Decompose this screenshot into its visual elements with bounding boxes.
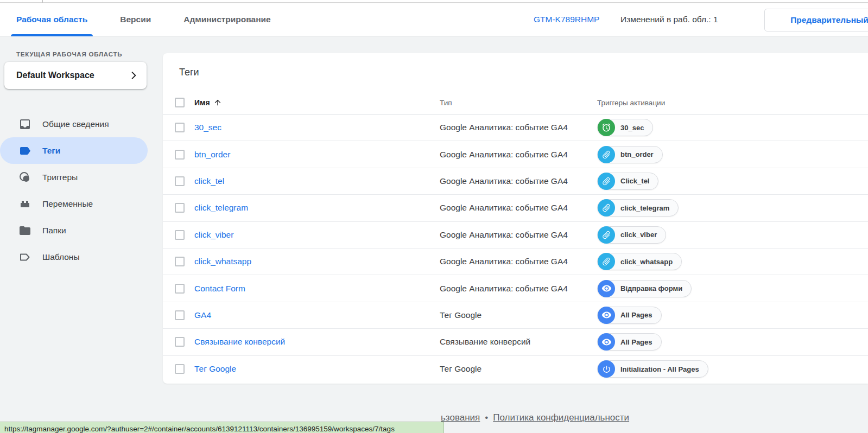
- trigger-badge[interactable]: All Pages: [597, 333, 662, 351]
- privacy-link[interactable]: Политика конфиденциальности: [493, 412, 629, 423]
- workspace-changes-label: Изменений в раб. обл.: 1: [620, 3, 718, 36]
- table-body: 30_secGoogle Аналитика: событие GA430_se…: [163, 114, 868, 383]
- trigger-badge-label: click_viber: [620, 231, 657, 239]
- tag-name-link[interactable]: click_whatsapp: [194, 257, 440, 266]
- footer-links: ьзования•Политика конфиденциальности: [441, 412, 629, 423]
- row-checkbox[interactable]: [175, 337, 185, 347]
- sidebar-item-label: Шаблоны: [42, 252, 80, 262]
- row-checkbox[interactable]: [175, 257, 185, 266]
- tag-name-link[interactable]: click_telegram: [194, 203, 440, 213]
- row-checkbox[interactable]: [175, 284, 185, 294]
- tab-label: Администрирование: [183, 15, 271, 24]
- variables-icon: [18, 198, 31, 211]
- terms-link[interactable]: ьзования: [441, 412, 480, 423]
- container-id-link[interactable]: GTM-K789RHMP: [534, 3, 599, 36]
- tag-icon: [18, 144, 31, 157]
- sidebar-item-trigger[interactable]: Триггеры: [0, 164, 148, 190]
- row-checkbox[interactable]: [175, 310, 185, 320]
- timer-icon: [598, 119, 615, 136]
- tag-name-link[interactable]: 30_sec: [194, 123, 440, 132]
- tag-type: Google Аналитика: событие GA4: [440, 203, 597, 213]
- tag-name-link[interactable]: click_tel: [194, 176, 440, 186]
- tag-name-link[interactable]: btn_order: [194, 150, 440, 160]
- sidebar-item-overview[interactable]: Общие сведения: [0, 111, 148, 137]
- trigger-badge[interactable]: Click_tel: [597, 173, 658, 190]
- table-header-row: Имя Тип Триггеры активации: [163, 91, 868, 114]
- trigger-badge-label: click_whatsapp: [620, 258, 673, 266]
- tag-type: Google Аналитика: событие GA4: [440, 257, 597, 266]
- active-tab-underline: [11, 34, 93, 36]
- sidebar-item-folder[interactable]: Папки: [0, 217, 148, 244]
- tag-name-link[interactable]: GA4: [194, 310, 440, 320]
- tab-versions[interactable]: Версии: [115, 3, 156, 36]
- trigger-badge-label: Відправка форми: [620, 284, 682, 292]
- tag-type: Google Аналитика: событие GA4: [440, 284, 597, 294]
- table-row: Связывание конверсийСвязывание конверсий…: [163, 329, 868, 355]
- tab-admin[interactable]: Администрирование: [178, 3, 276, 36]
- sidebar-item-label: Общие сведения: [42, 119, 109, 129]
- trigger-badge[interactable]: click_viber: [597, 226, 666, 244]
- paperclip-icon: [598, 199, 615, 217]
- trigger-badge[interactable]: 30_sec: [597, 119, 653, 136]
- footer-separator: •: [485, 412, 488, 423]
- trigger-badge[interactable]: Initialization - All Pages: [597, 360, 708, 378]
- trigger-badge[interactable]: Відправка форми: [597, 280, 692, 297]
- row-checkbox[interactable]: [175, 123, 185, 132]
- tag-name-link[interactable]: Связывание конверсий: [194, 337, 440, 347]
- trigger-badge-label: 30_sec: [620, 124, 644, 132]
- status-url-text: https://tagmanager.google.com/?authuser=…: [0, 422, 443, 433]
- tab-workspace[interactable]: Рабочая область: [11, 3, 93, 36]
- tag-name-link[interactable]: Тег Google: [194, 364, 440, 374]
- tag-type: Тег Google: [440, 310, 597, 320]
- trigger-badge-label: Click_tel: [620, 177, 649, 185]
- trigger-badge-label: All Pages: [620, 338, 652, 346]
- table-row: click_whatsappGoogle Аналитика: событие …: [163, 249, 868, 275]
- table-row: Contact FormGoogle Аналитика: событие GA…: [163, 275, 868, 302]
- tag-type: Google Аналитика: событие GA4: [440, 150, 597, 160]
- browser-status-url-tooltip: https://tagmanager.google.com/?authuser=…: [0, 422, 444, 433]
- sidebar-item-label: Папки: [42, 226, 66, 235]
- sidebar-item-tag[interactable]: Теги: [0, 137, 148, 164]
- column-header-name[interactable]: Имя: [194, 98, 440, 107]
- paperclip-icon: [598, 253, 615, 270]
- tag-name-link[interactable]: Contact Form: [194, 284, 440, 294]
- tag-type: Google Аналитика: событие GA4: [440, 123, 597, 132]
- sidebar-item-label: Переменные: [42, 199, 93, 209]
- preview-button[interactable]: Предварительный: [764, 9, 868, 31]
- select-all-checkbox[interactable]: [175, 98, 185, 107]
- tag-type: Связывание конверсий: [440, 337, 597, 347]
- workspace-selector[interactable]: Default Workspace: [4, 62, 147, 89]
- row-checkbox[interactable]: [175, 176, 185, 186]
- row-checkbox[interactable]: [175, 230, 185, 240]
- trigger-badge[interactable]: btn_order: [597, 146, 663, 163]
- row-checkbox[interactable]: [175, 150, 185, 160]
- table-row: Тег GoogleТег GoogleInitialization - All…: [163, 356, 868, 383]
- browser-edge-tick: [42, 0, 43, 3]
- power-icon: [598, 360, 615, 378]
- table-row: click_telGoogle Аналитика: событие GA4Cl…: [163, 168, 868, 195]
- table-row: GA4Тег GoogleAll Pages: [163, 302, 868, 329]
- tag-name-link[interactable]: click_viber: [194, 230, 440, 240]
- paperclip-icon: [598, 146, 615, 163]
- app-header: Рабочая областьВерсииАдминистрирование G…: [0, 3, 868, 36]
- arrow-up-icon: [213, 98, 222, 107]
- column-header-triggers: Триггеры активации: [597, 99, 868, 107]
- row-checkbox[interactable]: [175, 364, 185, 374]
- tab-label: Версии: [120, 15, 151, 24]
- sidebar-item-label: Теги: [42, 146, 60, 156]
- column-header-type: Тип: [440, 99, 597, 107]
- sidebar-item-variables[interactable]: Переменные: [0, 190, 148, 217]
- trigger-badge[interactable]: click_telegram: [597, 199, 679, 217]
- column-header-name-label: Имя: [194, 98, 210, 107]
- trigger-badge-label: Initialization - All Pages: [620, 365, 699, 373]
- trigger-badge[interactable]: click_whatsapp: [597, 253, 682, 270]
- gtm-workspace-screen: Рабочая областьВерсииАдминистрирование G…: [0, 0, 868, 433]
- row-checkbox[interactable]: [175, 203, 185, 213]
- trigger-badge[interactable]: All Pages: [597, 307, 662, 324]
- tag-type: Google Аналитика: событие GA4: [440, 176, 597, 186]
- page-title: Теги: [163, 53, 868, 91]
- overview-icon: [18, 118, 31, 131]
- table-row: click_telegramGoogle Аналитика: событие …: [163, 195, 868, 221]
- workspace-name: Default Workspace: [16, 71, 128, 80]
- sidebar-item-template[interactable]: Шаблоны: [0, 244, 148, 270]
